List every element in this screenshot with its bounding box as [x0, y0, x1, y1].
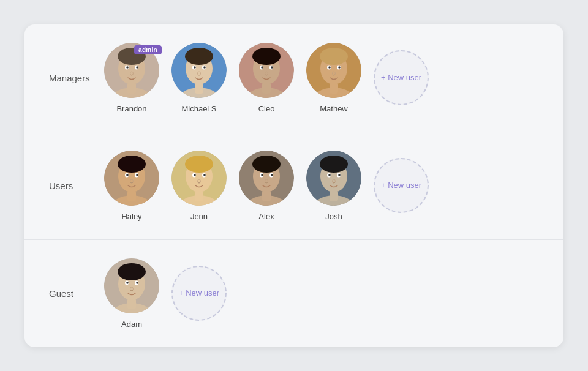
svg-point-17 — [194, 66, 196, 69]
users-row-managers: adminBrandon Michael S — [104, 43, 429, 113]
avatar-wrap-michael — [172, 43, 227, 98]
user-item-haley[interactable]: Haley — [104, 151, 159, 221]
svg-point-24 — [252, 48, 281, 65]
new-user-label-guest: + New user — [179, 288, 219, 299]
avatar-wrap-josh — [306, 151, 361, 206]
avatar-cleo — [239, 43, 294, 98]
svg-point-87 — [126, 282, 129, 284]
admin-badge: admin — [134, 45, 162, 54]
avatar-adam — [104, 258, 159, 313]
svg-point-57 — [194, 174, 196, 176]
user-item-jenn[interactable]: Jenn — [172, 151, 227, 221]
new-user-button-managers[interactable]: + New user — [374, 50, 429, 105]
user-name-cleo: Cleo — [258, 104, 275, 113]
avatar-wrap-adam — [104, 258, 159, 313]
user-name-jenn: Jenn — [190, 212, 208, 221]
svg-point-34 — [320, 48, 348, 65]
user-item-cleo[interactable]: Cleo — [239, 43, 294, 113]
avatar-wrap-jenn — [172, 151, 227, 206]
user-name-adam: Adam — [121, 320, 142, 329]
svg-point-18 — [203, 66, 206, 69]
new-user-circle-users: + New user — [374, 158, 429, 213]
main-card: Managers adminBrandon — [24, 24, 564, 347]
section-label-users: Users — [49, 181, 104, 191]
svg-point-64 — [252, 156, 281, 173]
user-name-josh: Josh — [325, 212, 342, 221]
svg-point-78 — [338, 174, 341, 176]
svg-point-58 — [203, 174, 206, 176]
user-item-alex[interactable]: Alex — [239, 151, 294, 221]
svg-point-67 — [261, 174, 263, 176]
svg-point-88 — [136, 282, 138, 284]
user-name-brandon: Brandon — [116, 104, 146, 113]
svg-point-27 — [261, 66, 263, 69]
avatar-mathew — [306, 43, 361, 98]
avatar-wrap-cleo — [239, 43, 294, 98]
svg-point-68 — [271, 174, 273, 176]
avatar-alex — [239, 151, 294, 206]
svg-point-84 — [118, 263, 146, 280]
section-managers: Managers adminBrandon — [24, 24, 564, 132]
svg-point-47 — [126, 174, 129, 176]
new-user-label-users: + New user — [381, 181, 421, 191]
svg-point-14 — [185, 48, 213, 65]
avatar-michael — [172, 43, 227, 98]
user-name-mathew: Mathew — [320, 104, 348, 113]
users-row-guest: Adam+ New user — [104, 258, 227, 329]
new-user-circle-guest: + New user — [172, 266, 227, 321]
avatar-josh — [306, 151, 361, 206]
section-label-guest: Guest — [49, 288, 104, 299]
svg-point-28 — [271, 66, 273, 69]
new-user-label-managers: + New user — [381, 73, 421, 83]
new-user-circle-managers: + New user — [374, 50, 429, 105]
user-item-michael[interactable]: Michael S — [172, 43, 227, 113]
svg-point-8 — [136, 66, 138, 69]
user-name-alex: Alex — [258, 212, 274, 221]
avatar-wrap-mathew — [306, 43, 361, 98]
svg-point-38 — [338, 66, 341, 69]
section-users: Users Haley — [24, 132, 564, 240]
user-name-michael: Michael S — [181, 104, 216, 113]
svg-point-74 — [320, 156, 348, 173]
user-name-haley: Haley — [121, 212, 141, 221]
avatar-wrap-brandon: admin — [104, 43, 159, 98]
users-row-users: Haley Jenn — [104, 151, 429, 221]
user-item-adam[interactable]: Adam — [104, 258, 159, 329]
svg-point-44 — [118, 156, 146, 173]
new-user-button-users[interactable]: + New user — [374, 158, 429, 213]
avatar-wrap-haley — [104, 151, 159, 206]
new-user-button-guest[interactable]: + New user — [172, 266, 227, 321]
avatar-jenn — [172, 151, 227, 206]
section-label-managers: Managers — [49, 73, 104, 83]
section-guest: Guest Adam+ New user — [24, 240, 564, 347]
user-item-brandon[interactable]: adminBrandon — [104, 43, 159, 113]
svg-point-7 — [126, 66, 129, 69]
user-item-mathew[interactable]: Mathew — [306, 43, 361, 113]
svg-point-37 — [328, 66, 331, 69]
svg-point-54 — [185, 156, 213, 173]
avatar-wrap-alex — [239, 151, 294, 206]
user-item-josh[interactable]: Josh — [306, 151, 361, 221]
avatar-haley — [104, 151, 159, 206]
svg-point-48 — [136, 174, 138, 176]
svg-point-77 — [328, 174, 331, 176]
